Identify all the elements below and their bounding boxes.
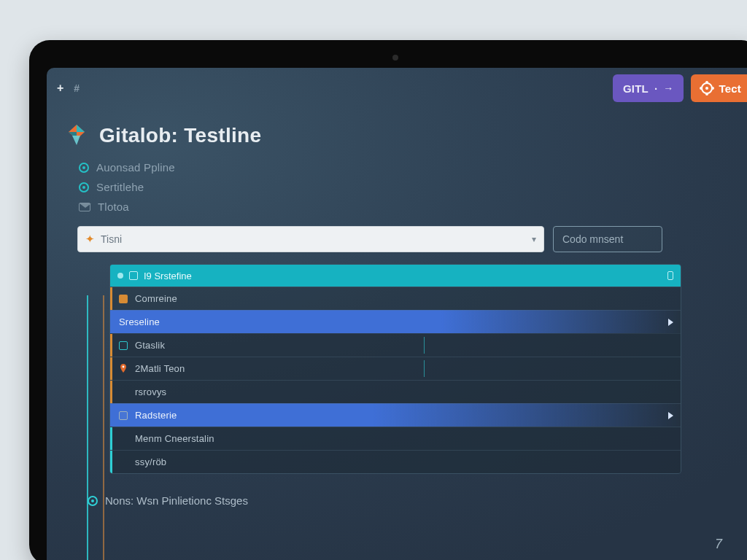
camera-dot xyxy=(392,55,398,61)
search-input[interactable] xyxy=(101,233,526,245)
list-item-selected[interactable]: Sreseline xyxy=(110,310,681,333)
topbar-left: + # xyxy=(57,82,80,95)
app-screen: + # GITL · → Tect xyxy=(47,68,747,560)
nav-item-tlotoa[interactable]: Tlotoa xyxy=(79,201,744,213)
page-arrow-icon[interactable]: 7 xyxy=(715,537,722,552)
collapse-icon[interactable] xyxy=(667,271,673,280)
list-item-label: Comreine xyxy=(135,293,177,304)
test-button-label: Tect xyxy=(719,82,741,95)
list-item[interactable]: Comreine xyxy=(110,287,681,310)
gear-icon xyxy=(701,82,713,94)
list-item-label: 2Matli Teon xyxy=(135,363,185,374)
comment-placeholder: Codo mnsent xyxy=(562,233,623,245)
chevron-down-icon[interactable]: ▾ xyxy=(532,234,536,244)
gitl-button-label: GITL xyxy=(623,82,649,95)
divider-line xyxy=(424,360,425,377)
device-frame: + # GITL · → Tect xyxy=(29,40,747,560)
bullet-icon xyxy=(117,273,123,279)
pin-icon xyxy=(119,364,128,374)
title-row: Gitalob: Testline xyxy=(47,109,747,154)
vertical-line-orange xyxy=(103,295,104,560)
list-item-label: Menm Cneerstalin xyxy=(135,433,214,444)
comment-field[interactable]: Codo mnsent xyxy=(553,226,662,252)
svg-marker-1 xyxy=(77,125,85,132)
list-item-selected[interactable]: Radsterie xyxy=(110,403,681,427)
list-item[interactable]: rsrovys xyxy=(110,380,681,403)
vertical-line-teal xyxy=(87,295,88,560)
footer-row[interactable]: Nons: Wsn Pinlietionc Stsges xyxy=(88,494,747,507)
nav-list: Auonsad Ppline Sertitlehe Tlotoa xyxy=(47,154,747,216)
svg-point-4 xyxy=(123,365,125,368)
list-item-label: Radsterie xyxy=(135,410,177,421)
list-item-label: Sreseline xyxy=(119,316,160,327)
hash-icon[interactable]: # xyxy=(74,82,80,94)
footer-label: Nons: Wsn Pinlietionc Stsges xyxy=(105,494,248,507)
nav-item-pipeline[interactable]: Auonsad Ppline xyxy=(79,161,744,174)
list-item-label: rsrovys xyxy=(135,386,166,397)
search-dropdown[interactable]: ✦ ▾ xyxy=(77,226,544,252)
square-icon xyxy=(119,295,128,303)
folder-icon xyxy=(119,411,128,420)
nav-item-label: Auonsad Ppline xyxy=(96,161,175,174)
pipeline-panel: I9 Srstefine Comreine Sreseline Gtaslik xyxy=(109,264,681,474)
list-item[interactable]: 2Matli Teon xyxy=(110,357,681,380)
topbar: + # GITL · → Tect xyxy=(47,68,747,109)
arrow-right-icon: → xyxy=(663,82,673,94)
app-logo-icon xyxy=(64,123,89,148)
page-title: Gitalob: Testline xyxy=(99,124,261,147)
panel-header[interactable]: I9 Srstefine xyxy=(110,265,681,287)
nav-item-label: Sertitlehe xyxy=(96,181,144,193)
bullet-icon xyxy=(88,496,98,506)
divider-line xyxy=(424,337,425,354)
list-item[interactable]: Gtaslik xyxy=(110,333,681,357)
list-item[interactable]: Menm Cneerstalin xyxy=(110,427,681,450)
search-box: ✦ ▾ xyxy=(77,226,544,252)
panel-header-label: I9 Srstefine xyxy=(144,271,192,281)
checkbox-icon xyxy=(129,271,138,280)
list-item[interactable]: ssy/röb xyxy=(110,450,681,473)
svg-marker-3 xyxy=(72,136,80,145)
mail-icon xyxy=(79,203,90,211)
gitl-button[interactable]: GITL · → xyxy=(613,74,684,102)
list-item-label: Gtaslik xyxy=(135,340,165,351)
nav-item-label: Tlotoa xyxy=(98,201,129,213)
bullet-icon xyxy=(79,163,89,173)
plus-icon[interactable]: + xyxy=(57,82,63,95)
spark-icon: ✦ xyxy=(85,233,95,246)
search-row: ✦ ▾ Codo mnsent xyxy=(47,216,747,260)
nav-item-sertitle[interactable]: Sertitlehe xyxy=(79,181,744,193)
list-item-label: ssy/röb xyxy=(135,456,166,467)
bullet-icon xyxy=(79,182,89,192)
dot-separator: · xyxy=(654,82,657,95)
test-button[interactable]: Tect xyxy=(691,74,747,102)
square-outline-icon xyxy=(119,341,128,350)
